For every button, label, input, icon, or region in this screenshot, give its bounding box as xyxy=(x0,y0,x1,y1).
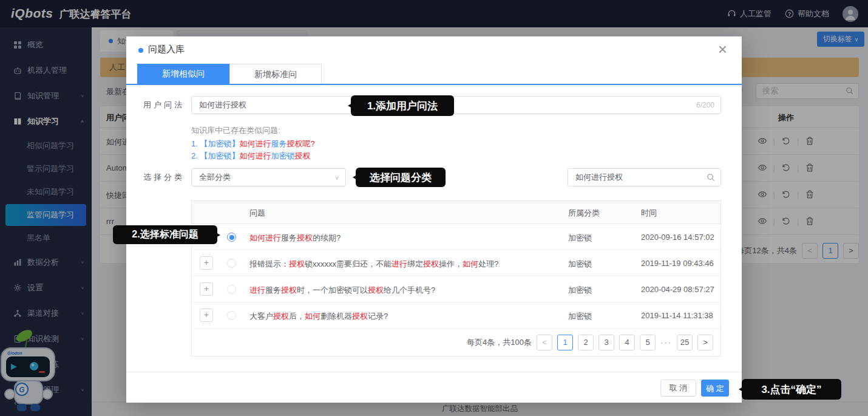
annotation-select-category: 选择问题分类 xyxy=(356,168,446,187)
text-segment: 绑定 xyxy=(407,259,423,268)
text-segment: 服务 xyxy=(281,233,297,242)
close-icon[interactable]: × xyxy=(718,40,727,59)
text-segment: 2. 【加密锁】 xyxy=(191,151,239,160)
dialog-table-pagination: 每页4条，共100条 < 12345 ··· 25 > xyxy=(192,329,721,356)
category-label: 选择分类 xyxy=(143,168,185,186)
category-select[interactable]: 全部分类 ∨ xyxy=(191,168,346,186)
annotation-select-standard: 2.选择标准问题 xyxy=(113,225,217,244)
text-segment: 处理? xyxy=(478,259,498,268)
chevron-down-icon: ∨ xyxy=(334,169,339,186)
text-segment: 1. 【加密锁】 xyxy=(191,139,239,148)
text-segment: 授权 xyxy=(297,233,313,242)
dialog-title-dot-icon xyxy=(138,48,143,53)
text-segment: 给几个手机号? xyxy=(384,285,435,295)
question-search-input[interactable] xyxy=(568,169,721,186)
text-segment: 授权 xyxy=(281,285,297,295)
similar-question-link[interactable]: 2. 【加密锁】如何进行加密锁授权 xyxy=(191,151,310,162)
row-question-text: 如何进行服务授权的续期? xyxy=(249,233,341,244)
row-category: 加密锁 xyxy=(568,311,592,322)
text-segment: 授权 xyxy=(368,285,384,295)
page-button-25[interactable]: 25 xyxy=(677,335,693,350)
column-header-question: 问题 xyxy=(249,208,265,219)
row-category: 加密锁 xyxy=(568,259,592,270)
row-radio[interactable] xyxy=(227,233,236,242)
row-question-text: 报错提示：授权锁xxxxxx需要归还，不能进行绑定授权操作，如何处理? xyxy=(249,259,498,270)
question-import-dialog: 问题入库 × 新增相似问 新增标准问 用户问法 6/200 知识库中已存在类似问… xyxy=(126,36,742,403)
text-segment: 授权 xyxy=(294,151,310,160)
row-question-text: 进行服务授权时，一个加密锁可以授权给几个手机号? xyxy=(249,285,435,296)
table-row: +如何进行服务授权的续期?加密锁2020-09-16 14:57:02 xyxy=(192,224,721,250)
question-phrase-label: 用户问法 xyxy=(143,96,185,114)
column-header-time: 时间 xyxy=(641,208,657,219)
text-segment: 操作， xyxy=(439,259,463,268)
footer-divider xyxy=(126,372,742,372)
row-time: 2019-11-14 11:31:38 xyxy=(641,311,713,320)
similar-questions-heading: 知识库中已存在类似问题: xyxy=(191,125,280,136)
text-segment: 授权 xyxy=(423,259,439,268)
dialog-title: 问题入库 xyxy=(148,44,185,55)
table-row: +报错提示：授权锁xxxxxx需要归还，不能进行绑定授权操作，如何处理?加密锁2… xyxy=(192,250,721,276)
dialog-tabs: 新增相似问 新增标准问 xyxy=(126,64,742,85)
similar-question-link[interactable]: 1. 【加密锁】如何进行服务授权呢? xyxy=(191,138,315,149)
row-question-text: 大客户授权后，如何删除机器授权记录? xyxy=(249,311,388,322)
search-icon xyxy=(707,173,716,182)
tab-add-standard-question[interactable]: 新增标准问 xyxy=(229,64,322,84)
text-segment: 如何进行 xyxy=(239,151,271,160)
cancel-button[interactable]: 取 消 xyxy=(660,380,696,397)
confirm-button[interactable]: 确 定 xyxy=(701,380,729,397)
question-phrase-input[interactable] xyxy=(192,97,721,114)
char-counter: 6/200 xyxy=(696,101,714,109)
row-radio[interactable] xyxy=(227,285,236,294)
text-segment: 如何进行 xyxy=(239,139,271,148)
row-time: 2020-04-29 08:57:27 xyxy=(641,285,714,294)
row-category: 加密锁 xyxy=(568,233,592,244)
row-radio[interactable] xyxy=(227,259,236,268)
annotation-click-confirm: 3.点击“确定” xyxy=(742,379,841,400)
tab-add-similar-question[interactable]: 新增相似问 xyxy=(137,64,229,84)
row-time: 2020-09-16 14:57:02 xyxy=(641,233,714,242)
question-phrase-field: 6/200 xyxy=(191,96,721,114)
page-button-2[interactable]: 2 xyxy=(578,335,594,350)
row-time: 2019-11-19 09:43:46 xyxy=(641,259,714,268)
app-window: iQbots 广联达睿答平台 人工监管 ? 帮助文档 概览机器人管理知识管理∨知… xyxy=(0,0,868,416)
text-segment: 授权 xyxy=(273,312,289,321)
prev-page-button[interactable]: < xyxy=(537,335,552,350)
text-segment: 加密锁 xyxy=(271,151,294,160)
row-category: 加密锁 xyxy=(568,285,592,296)
text-segment: 记录? xyxy=(368,312,388,321)
page-button-1[interactable]: 1 xyxy=(557,335,573,350)
text-segment: 删除机器 xyxy=(320,312,352,321)
text-segment: 服务 xyxy=(265,285,281,295)
text-segment: 授权呢? xyxy=(287,139,314,148)
text-segment: 授权 xyxy=(352,312,368,321)
table-row: +进行服务授权时，一个加密锁可以授权给几个手机号?加密锁2020-04-29 0… xyxy=(192,276,721,302)
page-button-3[interactable]: 3 xyxy=(598,335,614,350)
expand-row-button[interactable]: + xyxy=(200,256,213,270)
pagination-ellipsis: ··· xyxy=(660,338,672,347)
text-segment: 如何 xyxy=(463,259,478,268)
text-segment: 如何进行 xyxy=(249,233,281,242)
text-segment: 报错提示： xyxy=(249,259,289,268)
page-button-4[interactable]: 4 xyxy=(619,335,635,350)
page-button-5[interactable]: 5 xyxy=(640,335,656,350)
text-segment: 进行 xyxy=(392,259,407,268)
question-search-field xyxy=(568,168,721,186)
column-header-category: 所属分类 xyxy=(568,208,600,219)
table-row: +大客户授权后，如何删除机器授权记录?加密锁2019-11-14 11:31:3… xyxy=(192,302,721,329)
text-segment: 的续期? xyxy=(313,233,341,242)
text-segment: 进行 xyxy=(249,285,265,295)
annotation-add-question: 1.添加用户问法 xyxy=(351,95,454,116)
expand-row-button[interactable]: + xyxy=(200,282,213,296)
text-segment: 如何 xyxy=(305,312,320,321)
text-segment: 授权 xyxy=(289,259,305,268)
text-segment: 服务 xyxy=(271,139,287,148)
row-radio[interactable] xyxy=(227,311,236,320)
text-segment: 时，一个加密锁可以 xyxy=(297,285,368,295)
text-segment: 大客户 xyxy=(249,312,273,321)
text-segment: 后， xyxy=(289,312,305,321)
standard-question-table: 问题 所属分类 时间 +如何进行服务授权的续期?加密锁2020-09-16 14… xyxy=(191,200,721,356)
text-segment: 锁xxxxxx需要归还，不能 xyxy=(305,259,392,268)
next-page-button[interactable]: > xyxy=(697,335,713,350)
expand-row-button[interactable]: + xyxy=(200,309,213,322)
